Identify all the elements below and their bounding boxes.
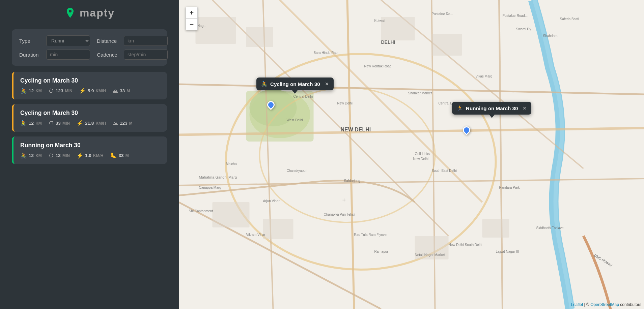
cycling-popup-close[interactable]: ✕ xyxy=(325,82,329,86)
type-field-row: Type Runni Cycling xyxy=(19,35,90,46)
svg-text:Shahdara: Shahdara xyxy=(543,34,558,38)
svg-text:Central Delhi: Central Delhi xyxy=(293,95,313,98)
distance-input[interactable] xyxy=(124,36,168,46)
workout-form: Type Runni Cycling Distance Duration Cad… xyxy=(12,29,167,66)
type-select[interactable]: Runni Cycling xyxy=(46,35,90,46)
lightning-icon: ⚡ xyxy=(77,152,83,159)
stat-distance: 🚴 12 KM xyxy=(20,120,42,126)
logo: mapty xyxy=(64,7,115,19)
svg-text:Shankar Market: Shankar Market xyxy=(408,91,432,95)
bike-icon: 🚴 xyxy=(20,88,27,94)
svg-text:Golf Links: Golf Links xyxy=(415,152,430,156)
map-container[interactable]: DND Flyway DELHI NEW DELHI Patel Nag... … xyxy=(179,0,644,309)
svg-text:Ramapur: Ramapur xyxy=(374,250,389,253)
svg-text:Kotwali: Kotwali xyxy=(374,19,385,23)
bike-icon: 🚴 xyxy=(20,152,27,159)
stat-duration: ⏱ 123 MIN xyxy=(49,88,73,94)
activity-title: Cycling on March 30 xyxy=(20,77,160,84)
activity-stats: 🚴 12 KM ⏱ 123 MIN ⚡ 5.9 KM/H ⛰ 33 M xyxy=(20,88,160,94)
map-background: DND Flyway DELHI NEW DELHI Patel Nag... … xyxy=(179,0,644,309)
duration-label: Duration xyxy=(19,52,43,58)
svg-rect-19 xyxy=(246,27,273,47)
svg-text:Siddharth Enclave: Siddharth Enclave xyxy=(536,226,564,230)
svg-rect-22 xyxy=(213,202,250,227)
distance-field-row: Distance xyxy=(97,35,168,46)
stat-duration: ⏱ 33 MIN xyxy=(49,120,70,126)
clock-icon: ⏱ xyxy=(49,88,54,94)
cycling-popup-title: Cycling on March 30 xyxy=(270,81,320,87)
zoom-in-button[interactable]: + xyxy=(186,7,197,19)
svg-text:Pandara Park: Pandara Park xyxy=(499,186,520,189)
svg-text:Vikram Vihar: Vikram Vihar xyxy=(246,233,266,237)
svg-text:Pustakar Rd...: Pustakar Rd... xyxy=(432,12,453,16)
activity-title: Running on March 30 xyxy=(20,142,160,149)
activity-card-running-1[interactable]: Running on March 30 🚴 12 KM ⏱ 12 MIN ⚡ 1… xyxy=(12,136,167,164)
svg-text:Vikas Marg: Vikas Marg xyxy=(476,74,493,78)
svg-rect-21 xyxy=(432,34,462,56)
running-popup-close[interactable]: ✕ xyxy=(523,106,527,111)
svg-text:Chanakya Puri Tehsil: Chanakya Puri Tehsil xyxy=(324,213,356,216)
logo-text: mapty xyxy=(80,7,115,19)
svg-text:Swami Dy..: Swami Dy.. xyxy=(516,27,533,31)
svg-text:+: + xyxy=(342,197,346,204)
cycling-popup: 🚴 Cycling on March 30 ✕ xyxy=(256,78,334,90)
duration-field-row: Duration xyxy=(19,50,90,60)
svg-text:South East Delhi: South East Delhi xyxy=(432,169,457,173)
mountain-icon: ⛰ xyxy=(113,120,118,126)
svg-text:DELHI: DELHI xyxy=(381,39,395,45)
stat-elevation: ⛰ 33 M xyxy=(113,88,130,94)
svg-rect-23 xyxy=(263,219,293,239)
running-pin[interactable] xyxy=(463,126,470,134)
svg-point-0 xyxy=(69,10,72,12)
bike-icon: 🚴 xyxy=(20,120,27,126)
running-pin-dot xyxy=(461,125,472,135)
map-area[interactable]: DND Flyway DELHI NEW DELHI Patel Nag... … xyxy=(179,0,644,309)
stat-speed: ⚡ 21.8 KM/H xyxy=(77,120,106,126)
svg-text:West Delhi: West Delhi xyxy=(287,118,303,122)
stat-speed: ⚡ 1.0 KM/H xyxy=(77,152,104,159)
stat-speed: ⚡ 5.9 KM/H xyxy=(79,88,106,94)
stat-cadence: 🦶 33 M xyxy=(110,152,129,159)
svg-text:New Delhi: New Delhi xyxy=(413,157,429,161)
zoom-controls: + − xyxy=(186,7,198,30)
activity-stats: 🚴 12 KM ⏱ 33 MIN ⚡ 21.8 KM/H ⛰ 123 M xyxy=(20,120,160,126)
cadence-field-row: Cadence xyxy=(97,50,168,60)
svg-text:Bara Hindu Rao: Bara Hindu Rao xyxy=(314,51,338,55)
type-label: Type xyxy=(19,38,43,44)
osm-link[interactable]: OpenStreetMap xyxy=(590,302,619,307)
clock-icon: ⏱ xyxy=(49,120,54,126)
stat-distance: 🚴 12 KM xyxy=(20,152,42,159)
distance-label: Distance xyxy=(97,38,120,44)
svg-text:Lajpat Nagar III: Lajpat Nagar III xyxy=(496,250,519,253)
zoom-out-button[interactable]: − xyxy=(186,19,197,30)
svg-rect-25 xyxy=(482,219,509,238)
svg-text:New Rohtak Road: New Rohtak Road xyxy=(364,64,392,68)
leaflet-link[interactable]: Leaflet xyxy=(571,302,583,307)
svg-text:Safeda Basti: Safeda Basti xyxy=(560,17,579,21)
svg-text:Shi Cantonment: Shi Cantonment xyxy=(189,209,213,213)
svg-text:NEW DELHI: NEW DELHI xyxy=(341,127,371,132)
stat-elevation: ⛰ 123 M xyxy=(113,120,133,126)
activity-card-cycling-2[interactable]: Cycling on March 30 🚴 12 KM ⏱ 33 MIN ⚡ 2… xyxy=(12,104,167,132)
activity-title: Cycling on March 30 xyxy=(20,110,160,117)
duration-input[interactable] xyxy=(46,50,90,60)
running-popup-title: Running on March 30 xyxy=(466,105,518,111)
svg-text:Chanakyapuri: Chanakyapuri xyxy=(287,169,308,173)
activity-card-cycling-1[interactable]: Cycling on March 30 🚴 12 KM ⏱ 123 MIN ⚡ … xyxy=(12,72,167,99)
cycling-pin[interactable] xyxy=(267,101,275,109)
svg-text:Mahatma Gandhi Marg: Mahatma Gandhi Marg xyxy=(199,175,237,179)
running-popup: 🏃 Running on March 30 ✕ xyxy=(452,102,531,115)
foot-icon: 🦶 xyxy=(110,152,117,159)
svg-text:New Delhi South Delhi: New Delhi South Delhi xyxy=(449,243,482,247)
cadence-input[interactable] xyxy=(124,50,168,60)
mountain-icon: ⛰ xyxy=(113,88,118,94)
running-popup-icon: 🏃 xyxy=(457,105,463,111)
map-attribution: Leaflet | © OpenStreetMap contributors xyxy=(571,302,641,307)
stat-duration: ⏱ 12 MIN xyxy=(49,153,70,159)
svg-text:Rao Tula Ram Flyover: Rao Tula Ram Flyover xyxy=(354,233,388,237)
svg-text:Pustakar Road...: Pustakar Road... xyxy=(503,14,528,18)
cycling-popup-icon: 🚴 xyxy=(261,81,268,87)
stat-distance: 🚴 12 KM xyxy=(20,88,42,94)
cadence-label: Cadence xyxy=(97,52,120,58)
lightning-icon: ⚡ xyxy=(77,120,83,126)
